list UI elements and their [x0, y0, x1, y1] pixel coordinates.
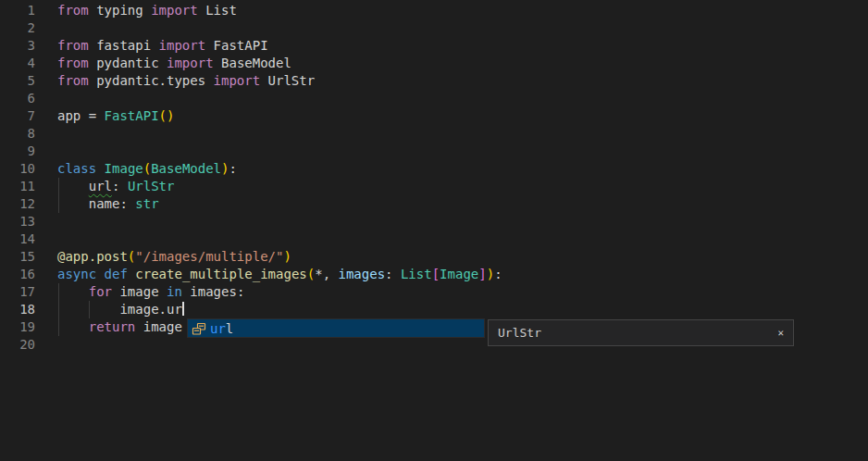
code-token: str [135, 196, 158, 211]
code-token: UrlStr [128, 179, 175, 193]
code-token: : [494, 267, 502, 281]
code-token: ) [487, 267, 494, 281]
code-token: ( [307, 267, 315, 281]
code-area[interactable]: 1from typing import List23from fastapi i… [0, 2, 868, 354]
code-token: pydantic [89, 56, 167, 70]
code-line: 14 [0, 230, 868, 248]
code-line: 17 for image in images: [0, 283, 868, 301]
suggestion-label-match: ur [210, 321, 226, 336]
code-line: 3from fastapi import FastAPI [0, 37, 868, 55]
code-line: 4from pydantic import BaseModel [0, 55, 868, 72]
code-token: *, [315, 267, 338, 281]
code-token: [ [432, 267, 440, 281]
code-line: 7app = FastAPI() [0, 107, 868, 125]
code-line: 5from pydantic.types import UrlStr [0, 72, 868, 90]
suggestion-label-rest: l [226, 321, 233, 336]
code-token: typing [89, 3, 151, 18]
indent-guide [89, 301, 90, 318]
line-number: 1 [0, 2, 35, 19]
code-token: FastAPI [105, 108, 159, 123]
code-token: in [167, 284, 182, 299]
suggestion-item-url[interactable]: url [188, 319, 484, 337]
indent-guide [58, 283, 59, 336]
code-token: name: [57, 196, 135, 211]
line-number: 16 [0, 266, 35, 283]
code-token [57, 284, 89, 299]
code-line: 1from typing import List [0, 2, 868, 19]
code-token: List [198, 3, 237, 18]
code-line: 18 image.ur [0, 301, 868, 318]
line-number: 2 [0, 19, 35, 37]
code-token: fastapi [89, 38, 159, 53]
code-token: image [135, 319, 182, 334]
code-token: import [214, 73, 261, 88]
code-token: for [89, 284, 112, 299]
line-number: 3 [0, 37, 35, 55]
code-token: @app.post [57, 249, 128, 264]
code-token: from [57, 38, 89, 53]
code-token: ( [143, 161, 151, 176]
code-line: 2 [0, 19, 868, 37]
code-line: 13 [0, 213, 868, 230]
line-number: 14 [0, 230, 35, 248]
line-number: 5 [0, 72, 35, 90]
code-line: 12 name: str [0, 195, 868, 213]
code-token: from [57, 3, 89, 18]
line-number: 17 [0, 283, 35, 301]
code-token: images [339, 267, 386, 281]
code-token: BaseModel [214, 56, 291, 70]
code-token: app = [57, 108, 105, 123]
line-number: 11 [0, 178, 35, 195]
code-token [96, 161, 104, 176]
code-token: () [159, 108, 175, 123]
code-token: import [167, 56, 214, 70]
code-token: from [57, 56, 89, 70]
code-token: url [89, 179, 112, 193]
line-number: 20 [0, 336, 35, 354]
code-line: 6 [0, 90, 868, 107]
code-token: FastAPI [205, 38, 267, 53]
suggestion-detail-panel: UrlStr ✕ [488, 319, 794, 346]
line-number: 15 [0, 248, 35, 266]
code-line: 8 [0, 125, 868, 143]
code-token: image.ur [57, 302, 182, 317]
code-line: 9 [0, 143, 868, 160]
code-token: import [159, 38, 206, 53]
code-token: create_multiple_images [135, 267, 306, 281]
code-token: : [229, 161, 236, 176]
field-icon [192, 321, 206, 336]
code-token: return [89, 319, 136, 334]
line-number: 19 [0, 318, 35, 336]
code-editor: { "editor": { "background": "#1e1e1e", "… [0, 0, 868, 461]
code-token: ) [283, 249, 291, 264]
code-token: async [57, 267, 96, 281]
code-token: import [151, 3, 198, 18]
code-token: List [401, 267, 432, 281]
code-line: 16async def create_multiple_images(*, im… [0, 266, 868, 283]
code-token: class [57, 161, 96, 176]
code-token: UrlStr [260, 73, 315, 88]
line-number: 9 [0, 143, 35, 160]
code-token [57, 319, 89, 334]
code-token: BaseModel [151, 161, 221, 176]
code-line: 11 url: UrlStr [0, 178, 868, 195]
line-number: 6 [0, 90, 35, 107]
indent-guide [58, 178, 59, 213]
autocomplete-popup: url [187, 318, 485, 338]
code-token: def [105, 267, 128, 281]
code-token: images: [182, 284, 244, 299]
code-line: 15@app.post("/images/multiple/") [0, 248, 868, 266]
line-number: 13 [0, 213, 35, 230]
code-token [57, 179, 89, 193]
line-number: 8 [0, 125, 35, 143]
code-token [96, 267, 104, 281]
code-token: Image [105, 161, 143, 176]
close-icon[interactable]: ✕ [777, 328, 784, 338]
code-token: : [112, 179, 128, 193]
code-token: : [385, 267, 401, 281]
code-line: 10class Image(BaseModel): [0, 160, 868, 178]
line-number: 18 [0, 301, 35, 318]
code-token: pydantic.types [89, 73, 214, 88]
code-token: Image [440, 267, 478, 281]
line-number: 4 [0, 55, 35, 72]
